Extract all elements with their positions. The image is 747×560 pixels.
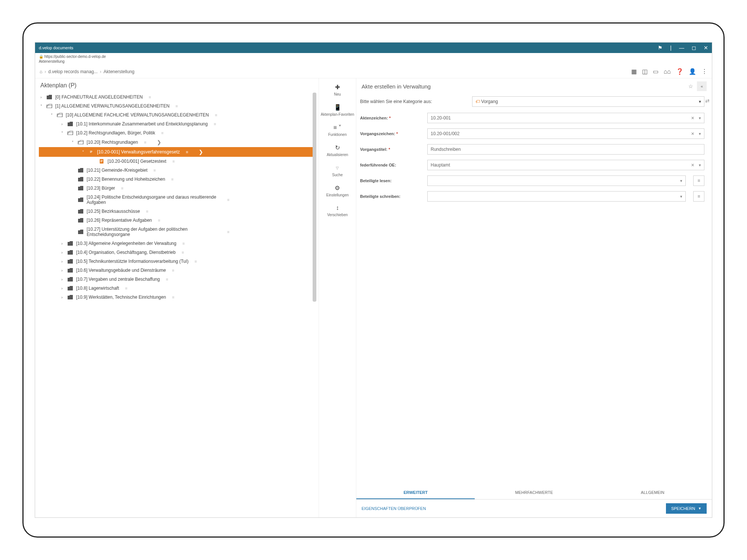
drag-handle-icon[interactable]: ≡: [215, 113, 217, 117]
expand-toggle[interactable]: ˅: [81, 150, 85, 154]
tree-row[interactable]: ˅[10.2] Rechtsgrundlagen, Bürger, Politi…: [39, 128, 316, 137]
toolbar-aktualisieren[interactable]: ↻Aktualisieren: [327, 144, 348, 157]
chevron-right-icon[interactable]: ❯: [199, 149, 203, 155]
expand-toggle[interactable]: ˅: [49, 113, 54, 117]
user-icon[interactable]: 👤: [689, 68, 696, 75]
field-input[interactable]: ▾: [427, 175, 686, 186]
expand-toggle[interactable]: ˅: [39, 104, 43, 108]
tree-row[interactable]: ›[10.6] Verwaltungsgebäude und Diensträu…: [39, 266, 316, 275]
chevron-down-icon[interactable]: ▾: [680, 194, 682, 199]
toolbar-verschieben[interactable]: ↕Verschieben: [327, 205, 348, 217]
toolbar-funktionen[interactable]: ≡ ˅Funktionen: [328, 124, 347, 137]
expand-toggle[interactable]: ›: [60, 286, 64, 290]
drag-handle-icon[interactable]: ≡: [166, 277, 168, 281]
drag-handle-icon[interactable]: ≡: [121, 186, 123, 190]
tree-row[interactable]: [10.24] Politische Entscheidungsorgane u…: [39, 193, 316, 207]
help-icon[interactable]: ❓: [676, 68, 684, 75]
toolbar-einstellungen[interactable]: ⚙Einstellungen: [326, 184, 348, 197]
list-extra-button[interactable]: ≡: [693, 175, 704, 186]
toolbar-neu[interactable]: ✚Neu: [334, 84, 341, 96]
tab-erweitert[interactable]: ERWEITERT: [356, 486, 475, 499]
tab-mehrfachwerte[interactable]: MEHRFACHWERTE: [475, 486, 593, 499]
drag-handle-icon[interactable]: ≡: [149, 95, 151, 99]
tree-row[interactable]: [10.27] Unterstützung der Aufgaben der p…: [39, 225, 316, 239]
drag-handle-icon[interactable]: ≡: [195, 259, 197, 264]
breadcrumb-item[interactable]: d.velop records manag...: [48, 69, 97, 74]
drag-handle-icon[interactable]: ≡: [227, 230, 229, 234]
star-icon[interactable]: ☆: [688, 83, 693, 89]
field-input[interactable]: ▾: [427, 191, 686, 202]
expand-toggle[interactable]: ˅: [60, 131, 64, 135]
tree-row[interactable]: ˅[1] ALLGEMEINE VERWALTUNGSANGELEGENHEIT…: [39, 102, 316, 111]
expand-toggle[interactable]: ›: [60, 122, 64, 126]
expand-toggle[interactable]: ›: [39, 95, 43, 99]
chevron-down-icon[interactable]: ▾: [699, 163, 701, 168]
grid-view-icon[interactable]: ▦: [631, 68, 637, 75]
expand-toggle[interactable]: ›: [60, 295, 64, 299]
tree-row[interactable]: [10.20-001/001] Gesetzestext≡: [39, 157, 316, 166]
drag-handle-icon[interactable]: ≡: [144, 140, 146, 144]
save-button[interactable]: SPEICHERN ▼: [666, 503, 707, 514]
drag-handle-icon[interactable]: ≡: [171, 177, 173, 181]
drag-handle-icon[interactable]: ≡: [172, 268, 174, 273]
chevron-down-icon[interactable]: ▾: [699, 131, 701, 136]
field-input[interactable]: Hauptamt✕▾: [427, 160, 704, 170]
tree-row[interactable]: ˅[10.20-001] Verwaltungsverfahrensgesetz…: [39, 147, 316, 157]
toolbar-suche[interactable]: ▿Suche: [332, 164, 342, 177]
drag-handle-icon[interactable]: ≡: [186, 150, 188, 154]
drag-handle-icon[interactable]: ≡: [172, 159, 174, 164]
maximize-icon[interactable]: ◻: [692, 45, 696, 51]
minimize-icon[interactable]: —: [679, 45, 684, 51]
drag-handle-icon[interactable]: ≡: [214, 122, 216, 126]
drag-handle-icon[interactable]: ≡: [172, 295, 174, 299]
expand-toggle[interactable]: ›: [60, 259, 64, 264]
tree-row[interactable]: [10.22] Benennung und Hoheitszeichen≡: [39, 175, 316, 184]
save-dropdown-caret[interactable]: ▼: [698, 507, 701, 510]
tree-row[interactable]: [10.23] Bürger≡: [39, 184, 316, 193]
drag-handle-icon[interactable]: ≡: [182, 241, 185, 246]
tree-row[interactable]: ›[10.1] Interkommunale Zusammenarbeit un…: [39, 119, 316, 128]
drag-handle-icon[interactable]: ≡: [125, 286, 127, 290]
drag-handle-icon[interactable]: ≡: [182, 250, 184, 255]
drag-handle-icon[interactable]: ≡: [176, 104, 178, 108]
field-input[interactable]: Rundschreiben: [427, 144, 704, 155]
field-input[interactable]: 10.20-001✕▾: [427, 113, 704, 123]
home-icon[interactable]: ⌂: [40, 69, 42, 74]
share-icon[interactable]: ⇄: [705, 98, 710, 104]
chevron-down-icon[interactable]: ▾: [680, 178, 682, 183]
tree-row[interactable]: ›[10.4] Organisation, Geschäftsgang, Die…: [39, 248, 316, 257]
panel-icon[interactable]: ▭: [653, 68, 658, 75]
drag-handle-icon[interactable]: ≡: [146, 209, 148, 214]
tree-row[interactable]: [10.25] Bezirksausschüsse≡: [39, 207, 316, 216]
expand-toggle[interactable]: ›: [60, 251, 64, 255]
tree-row[interactable]: [10.26] Repräsentative Aufgaben≡: [39, 216, 316, 225]
chevron-right-icon[interactable]: ❯: [157, 139, 161, 145]
drag-handle-icon[interactable]: ≡: [154, 168, 156, 172]
field-input[interactable]: 10.20-001/002✕▾: [427, 128, 704, 139]
gift-icon[interactable]: ⌂⌂: [664, 68, 671, 75]
tree-row[interactable]: ›[10.7] Vergaben und zentrale Beschaffun…: [39, 275, 316, 284]
file-tree[interactable]: ›[0] FACHNEUTRALE ANGELEGENHEITEN≡˅[1] A…: [35, 93, 319, 517]
expand-toggle[interactable]: ˅: [70, 140, 75, 144]
category-select[interactable]: 🏷 Vorgang ▾: [472, 96, 704, 107]
expand-toggle[interactable]: ›: [60, 268, 64, 273]
list-extra-button[interactable]: ≡: [693, 191, 704, 202]
tab-allgemein[interactable]: ALLGEMEIN: [593, 486, 712, 499]
drag-handle-icon[interactable]: ≡: [227, 197, 229, 202]
columns-icon[interactable]: ◫: [642, 68, 648, 75]
clear-icon[interactable]: ✕: [691, 116, 694, 121]
close-panel-button[interactable]: «: [697, 81, 707, 91]
drag-handle-icon[interactable]: ≡: [158, 218, 160, 223]
tree-row[interactable]: ›[10.8] Lagerwirtschaft≡: [39, 284, 316, 293]
tree-row[interactable]: ›[10.3] Allgemeine Angelegenheiten der V…: [39, 239, 316, 248]
drag-handle-icon[interactable]: ≡: [161, 131, 163, 135]
pin-icon[interactable]: ⚑: [658, 45, 663, 51]
tree-row[interactable]: ›[0] FACHNEUTRALE ANGELEGENHEITEN≡: [39, 93, 316, 102]
clear-icon[interactable]: ✕: [691, 163, 694, 168]
toolbar-aktenplan-favoriten[interactable]: 📱Aktenplan-Favoriten: [321, 104, 354, 116]
verify-properties-link[interactable]: EIGENSCHAFTEN ÜBERPRÜFEN: [362, 506, 426, 511]
close-icon[interactable]: ✕: [704, 45, 708, 51]
more-icon[interactable]: ⋮: [701, 68, 707, 75]
tree-row[interactable]: ˅[10.20] Rechtsgrundlagen≡❯: [39, 137, 316, 147]
tree-scrollbar[interactable]: [313, 93, 316, 302]
